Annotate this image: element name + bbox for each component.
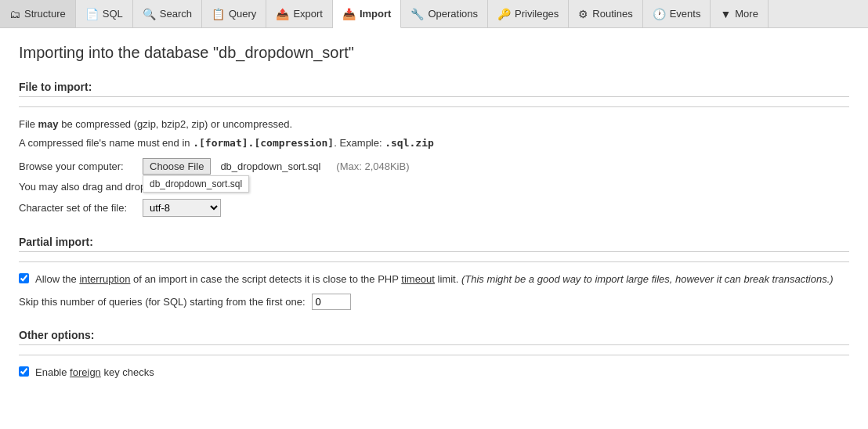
nav-label-events: Events	[670, 8, 701, 20]
import-icon: 📥	[342, 8, 356, 20]
nav-label-privileges: Privileges	[515, 8, 559, 20]
nav-item-sql[interactable]: 📄SQL	[76, 0, 133, 27]
foreign-key-label: Enable foreign key checks	[35, 365, 154, 380]
skip-queries-label: Skip this number of queries (for SQL) st…	[19, 296, 306, 308]
sql-icon: 📄	[85, 8, 99, 20]
skip-queries-row: Skip this number of queries (for SQL) st…	[19, 294, 849, 310]
nav-label-operations: Operations	[428, 8, 478, 20]
other-options-section: Other options: Enable foreign key checks	[19, 329, 849, 380]
selected-file-name: db_dropdown_sort.sql	[220, 160, 320, 172]
nav-label-import: Import	[360, 8, 391, 20]
partial-import-section: Partial import: Allow the interruption o…	[19, 236, 849, 310]
nav-label-query: Query	[229, 8, 256, 20]
more-icon: ▼	[720, 8, 731, 20]
nav-label-sql: SQL	[103, 8, 123, 20]
nav-item-events[interactable]: 🕐Events	[643, 0, 711, 27]
charset-label: Character set of the file:	[19, 202, 136, 214]
allow-interruption-label: Allow the interruption of an import in c…	[35, 272, 834, 287]
browse-row: Browse your computer: Choose File db_dro…	[19, 158, 849, 175]
main-content: Importing into the database "db_dropdown…	[0, 28, 868, 429]
info-example: .sql.zip	[385, 137, 434, 149]
nav-label-more: More	[735, 8, 758, 20]
privileges-icon: 🔑	[497, 8, 511, 20]
info-line1: File may be compressed (gzip, bzip2, zip…	[19, 117, 849, 132]
routines-icon: ⚙	[578, 8, 588, 20]
skip-queries-input[interactable]	[312, 294, 351, 310]
events-icon: 🕐	[653, 8, 666, 20]
file-to-import-section: File to import: File may be compressed (…	[19, 81, 849, 217]
nav-item-import[interactable]: 📥Import	[333, 0, 401, 28]
search-icon: 🔍	[143, 8, 156, 20]
nav-item-export[interactable]: 📤Export	[266, 0, 333, 27]
nav-item-routines[interactable]: ⚙Routines	[569, 0, 642, 27]
other-options-heading: Other options:	[19, 329, 849, 345]
partial-import-heading: Partial import:	[19, 236, 849, 252]
nav-label-export: Export	[293, 8, 323, 20]
nav-label-search: Search	[160, 8, 192, 20]
charset-select[interactable]: utf-8 latin1 utf-16	[143, 199, 221, 217]
info-bold-may: may	[38, 118, 59, 130]
allow-interruption-checkbox[interactable]	[19, 273, 29, 283]
nav-label-structure: Structure	[24, 8, 66, 20]
info-line2: A compressed file's name must end in .[f…	[19, 135, 849, 151]
info-format: .[format].[compression]	[193, 137, 334, 149]
browse-label: Browse your computer:	[19, 160, 136, 172]
file-tooltip: db_dropdown_sort.sql	[143, 175, 249, 193]
structure-icon: 🗂	[9, 8, 20, 20]
nav-item-more[interactable]: ▼More	[711, 0, 768, 27]
max-size-label: (Max: 2,048KiB)	[336, 160, 409, 172]
nav-item-operations[interactable]: 🔧Operations	[401, 0, 488, 27]
nav-item-structure[interactable]: 🗂Structure	[0, 0, 76, 27]
file-to-import-heading: File to import:	[19, 81, 849, 97]
allow-interruption-row: Allow the interruption of an import in c…	[19, 272, 849, 287]
foreign-key-checkbox[interactable]	[19, 366, 29, 377]
choose-file-button[interactable]: Choose File	[143, 158, 211, 175]
nav-label-routines: Routines	[592, 8, 632, 20]
operations-icon: 🔧	[410, 8, 424, 20]
nav-item-query[interactable]: 📋Query	[202, 0, 266, 27]
nav-bar: 🗂Structure📄SQL🔍Search📋Query📤Export📥Impor…	[0, 0, 868, 28]
foreign-key-row: Enable foreign key checks	[19, 365, 849, 380]
nav-item-privileges[interactable]: 🔑Privileges	[488, 0, 569, 27]
charset-row: Character set of the file: utf-8 latin1 …	[19, 199, 849, 217]
nav-item-search[interactable]: 🔍Search	[133, 0, 202, 27]
choose-file-container: Choose File db_dropdown_sort.sql	[143, 158, 211, 175]
export-icon: 📤	[276, 8, 289, 20]
page-title: Importing into the database "db_dropdown…	[19, 44, 849, 62]
query-icon: 📋	[212, 8, 225, 20]
